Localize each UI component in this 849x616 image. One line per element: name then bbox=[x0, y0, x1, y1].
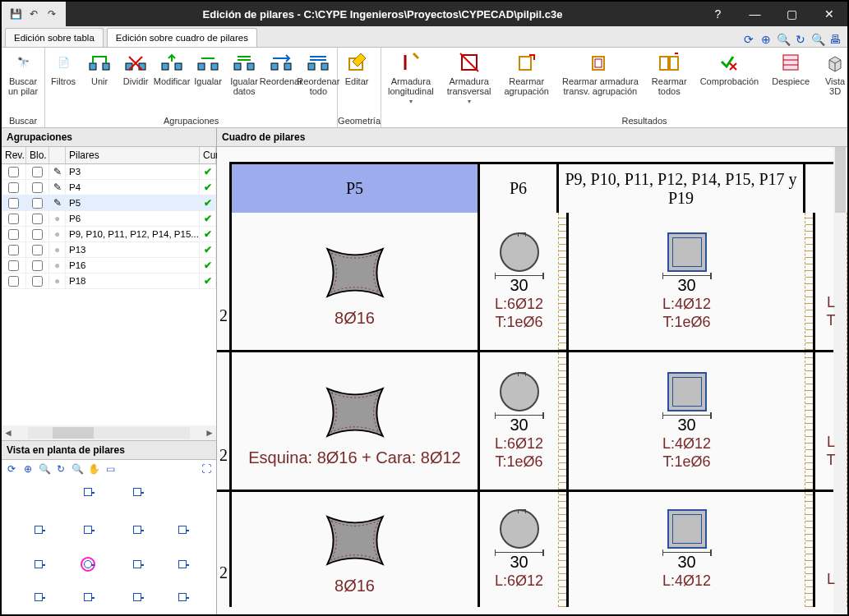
rev-checkbox[interactable] bbox=[8, 276, 19, 287]
reordenar-icon bbox=[269, 50, 293, 75]
col-rev[interactable]: Rev. bbox=[2, 147, 26, 163]
svg-rect-11 bbox=[284, 63, 291, 70]
col-pilares[interactable]: Pilares bbox=[66, 147, 200, 163]
unir-button[interactable]: Unir bbox=[81, 48, 118, 114]
cell-p6[interactable]: 30 L:6Ø12 T:1eØ6 bbox=[480, 352, 559, 490]
igualar-datos-icon bbox=[232, 50, 256, 75]
square-section-icon bbox=[667, 509, 707, 549]
buscar-pilar-button[interactable]: 🔭 Buscar un pilar bbox=[2, 48, 44, 114]
refresh-icon[interactable]: ↻ bbox=[793, 32, 808, 47]
col-header-p9[interactable]: P9, P10, P11, P12, P14, P15, P17 y P19 bbox=[559, 162, 805, 213]
close-icon[interactable]: ✕ bbox=[810, 2, 847, 26]
table-row[interactable]: ✎P5✔ bbox=[2, 195, 216, 211]
editar-button[interactable]: Editar bbox=[338, 48, 376, 114]
svg-rect-12 bbox=[308, 63, 315, 70]
cell-p5[interactable]: Esquina: 8Ø16 + Cara: 8Ø12 bbox=[232, 352, 480, 490]
armadura-long-button[interactable]: Armadura longitudinal▾ bbox=[381, 48, 441, 114]
zoom-icon[interactable]: 🔍 bbox=[776, 32, 791, 47]
zoom-out-icon[interactable]: 🔍 bbox=[71, 462, 84, 476]
despiece-icon bbox=[778, 50, 803, 75]
dot-icon: ● bbox=[49, 258, 66, 273]
tab-edicion-cuadro[interactable]: Edición sobre cuadro de pilares bbox=[107, 28, 257, 47]
check-icon: ✔ bbox=[200, 227, 216, 241]
help-icon[interactable]: ? bbox=[699, 2, 736, 26]
redo-icon[interactable]: ↷ bbox=[44, 7, 59, 21]
zoom-out-icon[interactable]: 🔍 bbox=[810, 32, 825, 47]
col-header-p6[interactable]: P6 bbox=[480, 162, 559, 213]
rev-checkbox[interactable] bbox=[8, 214, 19, 224]
blo-checkbox[interactable] bbox=[32, 214, 43, 224]
cell-p6[interactable]: 30 L:6Ø12 T:1eØ6 bbox=[480, 213, 559, 350]
vista-3d-button[interactable]: Vista 3D bbox=[816, 48, 849, 114]
tab-edicion-tabla[interactable]: Edición sobre tabla bbox=[5, 28, 104, 47]
quick-access-toolbar: 💾 ↶ ↷ bbox=[2, 2, 66, 26]
pencil-icon: ✎ bbox=[49, 195, 66, 210]
blo-checkbox[interactable] bbox=[32, 167, 43, 177]
table-row[interactable]: ●P13✔ bbox=[2, 242, 216, 258]
cell-p6[interactable]: 30 L:6Ø12 bbox=[480, 492, 559, 607]
rotate-icon[interactable]: ⟳ bbox=[5, 462, 18, 476]
blo-checkbox[interactable] bbox=[32, 182, 43, 193]
rearmar-todos-button[interactable]: Rearmar todos bbox=[645, 48, 694, 114]
cell-p9[interactable]: 30 L:4Ø12 T:1eØ6 bbox=[569, 352, 805, 490]
table-row[interactable]: ●P18✔ bbox=[2, 274, 216, 289]
cell-p5[interactable]: 8Ø16 bbox=[232, 213, 480, 350]
table-row[interactable]: ✎P4✔ bbox=[2, 180, 216, 195]
cell-p9[interactable]: 30 L:4Ø12 T:1eØ6 bbox=[569, 213, 805, 350]
cuadro-title: Cuadro de pilares bbox=[217, 127, 847, 147]
cell-p9[interactable]: 30 L:4Ø12 bbox=[569, 492, 805, 607]
pan-icon[interactable]: ✋ bbox=[87, 462, 100, 476]
blo-checkbox[interactable] bbox=[32, 229, 43, 240]
zoom-icon[interactable]: 🔍 bbox=[38, 462, 51, 476]
blo-checkbox[interactable] bbox=[32, 260, 43, 271]
rev-checkbox[interactable] bbox=[8, 167, 19, 177]
igualar-datos-button[interactable]: Igualar datos bbox=[226, 48, 262, 114]
col-blo[interactable]: Blo. bbox=[26, 147, 49, 163]
cuadro-drawing[interactable]: P5 P6 P9, P10, P11, P12, P14, P15, P17 y… bbox=[217, 147, 847, 614]
minimize-icon[interactable]: — bbox=[736, 2, 773, 26]
table-row[interactable]: ●P16✔ bbox=[2, 258, 216, 274]
globe-icon[interactable]: ⊕ bbox=[21, 462, 35, 476]
col-header-p5[interactable]: P5 bbox=[232, 162, 480, 213]
rotate-icon[interactable]: ⟳ bbox=[741, 32, 756, 47]
igualar-button[interactable]: Igualar bbox=[190, 48, 226, 114]
plan-view[interactable] bbox=[2, 478, 216, 614]
maximize-icon[interactable]: ▢ bbox=[773, 2, 810, 26]
table-row[interactable]: ●P9, P10, P11, P12, P14, P15...✔ bbox=[2, 227, 216, 242]
blo-checkbox[interactable] bbox=[32, 198, 43, 209]
print-icon[interactable]: 🖶 bbox=[828, 32, 842, 47]
save-icon[interactable]: 💾 bbox=[8, 7, 23, 21]
globe-icon[interactable]: ⊕ bbox=[759, 32, 773, 47]
comprobacion-button[interactable]: Comprobación bbox=[694, 48, 766, 114]
svg-rect-1 bbox=[103, 63, 109, 70]
table-row[interactable]: ●P6✔ bbox=[2, 211, 216, 227]
armadura-trans-button[interactable]: Armadura transversal▾ bbox=[441, 48, 498, 114]
filtros-button[interactable]: 📄Filtros bbox=[45, 48, 81, 114]
modificar-button[interactable]: Modificar bbox=[154, 48, 190, 114]
rearmar-trans-agrup-button[interactable]: Rearmar armadura transv. agrupación bbox=[556, 48, 645, 114]
rev-checkbox[interactable] bbox=[8, 260, 19, 271]
reordenar-todo-button[interactable]: Reordenar todo bbox=[300, 48, 338, 114]
rev-checkbox[interactable] bbox=[8, 229, 19, 240]
undo-icon[interactable]: ↶ bbox=[26, 7, 41, 21]
rearmar-agrupacion-button[interactable]: Rearmar agrupación bbox=[498, 48, 556, 114]
rev-checkbox[interactable] bbox=[8, 182, 19, 193]
select-icon[interactable]: ▭ bbox=[104, 462, 117, 476]
reordenar-button[interactable]: Reordenar bbox=[262, 48, 300, 114]
rebar-text: 8Ø16 bbox=[335, 309, 375, 327]
dividir-button[interactable]: Dividir bbox=[118, 48, 154, 114]
h-scrollbar[interactable]: ◄► bbox=[2, 425, 216, 440]
selected-pilar-marker[interactable] bbox=[84, 560, 92, 568]
blo-checkbox[interactable] bbox=[32, 245, 43, 255]
fullscreen-icon[interactable]: ⛶ bbox=[200, 462, 213, 476]
blo-checkbox[interactable] bbox=[32, 276, 43, 287]
col-cur[interactable]: Cur bbox=[200, 147, 216, 163]
refresh-icon[interactable]: ↻ bbox=[54, 462, 67, 476]
cell-p5[interactable]: 8Ø16 bbox=[232, 492, 480, 607]
rev-checkbox[interactable] bbox=[8, 245, 19, 255]
chevron-down-icon[interactable]: ▾ bbox=[409, 98, 413, 105]
chevron-down-icon[interactable]: ▾ bbox=[468, 98, 471, 105]
table-row[interactable]: ✎P3✔ bbox=[2, 164, 216, 180]
rev-checkbox[interactable] bbox=[8, 198, 19, 209]
despiece-button[interactable]: Despiece bbox=[765, 48, 816, 114]
